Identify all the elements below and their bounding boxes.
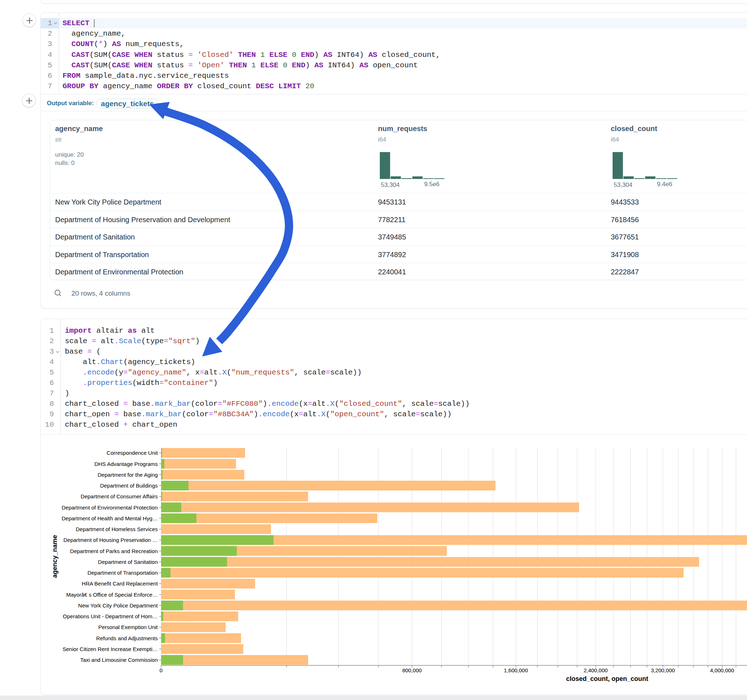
svg-text:Refunds and Adjustments: Refunds and Adjustments	[96, 635, 158, 641]
svg-text:3,200,000: 3,200,000	[651, 667, 675, 673]
svg-text:Department for the Aging: Department for the Aging	[98, 472, 158, 478]
svg-text:4,000,000: 4,000,000	[710, 667, 734, 673]
svg-text:1,600,000: 1,600,000	[504, 667, 528, 673]
svg-text:DHS Advantage Programs: DHS Advantage Programs	[94, 461, 158, 467]
svg-text:Department of Health and Menta: Department of Health and Mental Hyg…	[62, 515, 158, 521]
svg-text:0: 0	[160, 667, 163, 673]
svg-text:Correspondence Unit: Correspondence Unit	[107, 450, 158, 456]
svg-text:Department of Transportation: Department of Transportation	[88, 570, 158, 576]
svg-text:Operations Unit - Department o: Operations Unit - Department of Hom…	[63, 613, 157, 619]
svg-text:Department of Homeless Service: Department of Homeless Services	[76, 526, 158, 532]
svg-text:closed_count, open_count: closed_count, open_count	[566, 675, 648, 682]
svg-text:Senior Citizen Rent Increase E: Senior Citizen Rent Increase Exempti…	[63, 646, 158, 652]
svg-text:New York City Police Departmen: New York City Police Department	[78, 602, 158, 608]
svg-text:2,400,000: 2,400,000	[584, 667, 608, 673]
svg-text:Department of Consumer Affairs: Department of Consumer Affairs	[81, 493, 158, 499]
svg-text:Department of Sanitation: Department of Sanitation	[98, 559, 158, 565]
svg-text:agency_name: agency_name	[51, 535, 58, 578]
svg-text:Mayorâ€ s Office of Special En: Mayorâ€ s Office of Special Enforce…	[66, 591, 158, 598]
svg-text:Taxi and Limousine Commission: Taxi and Limousine Commission	[80, 657, 158, 663]
svg-text:Department of Environmental Pr: Department of Environmental Protection	[62, 504, 158, 511]
svg-text:HRA Benefit Card Replacement: HRA Benefit Card Replacement	[82, 581, 158, 587]
svg-text:Department of Parks and Recrea: Department of Parks and Recreation	[70, 548, 157, 554]
svg-text:Department of Buildings: Department of Buildings	[100, 483, 158, 489]
svg-text:800,000: 800,000	[402, 667, 422, 673]
svg-text:Department of Housing Preserva: Department of Housing Preservation …	[64, 537, 158, 543]
svg-text:Personal Exemption Unit: Personal Exemption Unit	[98, 624, 158, 630]
